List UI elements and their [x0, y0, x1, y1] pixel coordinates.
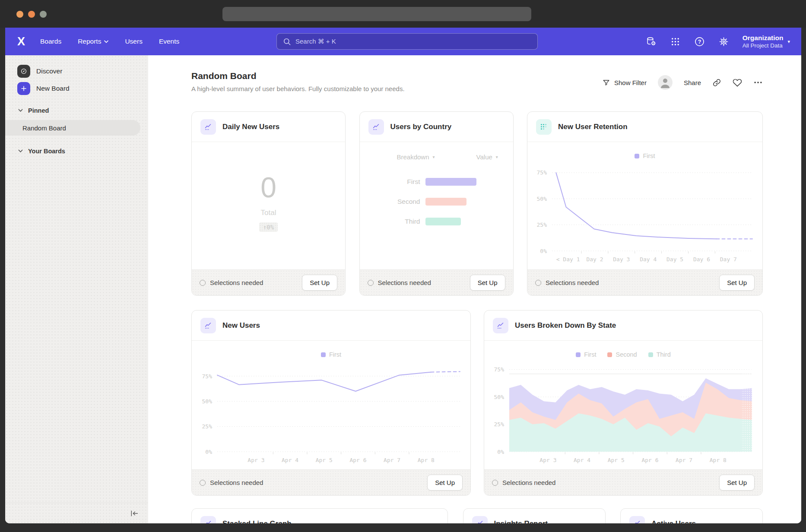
set-up-button[interactable]: Set Up	[470, 275, 505, 291]
svg-text:Day 6: Day 6	[693, 256, 710, 263]
svg-text:Apr 6: Apr 6	[641, 457, 658, 463]
set-up-button[interactable]: Set Up	[427, 475, 463, 491]
svg-text:50%: 50%	[494, 394, 505, 400]
share-button[interactable]: Share	[684, 79, 701, 86]
search-placeholder: Search ⌘ + K	[295, 38, 336, 45]
help-icon[interactable]: ?	[694, 36, 705, 47]
svg-text:Apr 5: Apr 5	[315, 457, 332, 463]
chevron-down-icon	[18, 109, 23, 112]
window-zoom-button[interactable]	[40, 11, 47, 18]
svg-text:Day 7: Day 7	[720, 256, 737, 263]
set-up-button[interactable]: Set Up	[302, 275, 337, 291]
svg-text:Apr 5: Apr 5	[608, 457, 625, 463]
card-title: Users by Country	[390, 123, 452, 131]
your-boards-label: Your Boards	[28, 148, 65, 155]
org-switcher[interactable]: Organization All Project Data ▾	[743, 34, 790, 49]
country-bar[interactable]	[425, 198, 466, 206]
set-up-button[interactable]: Set Up	[719, 275, 755, 291]
search-input[interactable]: Search ⌘ + K	[276, 33, 538, 50]
svg-text:0%: 0%	[497, 449, 504, 455]
nav-item-boards[interactable]: Boards	[40, 38, 61, 45]
sidebar-item-discover[interactable]: Discover	[17, 65, 62, 78]
card-users-by-country: Users by Country Breakdown▾ Value▾	[359, 111, 514, 296]
browser-url-bar[interactable]	[222, 7, 531, 21]
traffic-lights	[16, 11, 47, 18]
window-titlebar	[0, 0, 806, 28]
sidebar-section-pinned[interactable]: Pinned	[18, 107, 49, 114]
sidebar-item-random-board[interactable]: Random Board	[5, 120, 140, 136]
window-close-button[interactable]	[16, 11, 23, 18]
status-selections-needed: Selections needed	[535, 279, 599, 286]
metric-value: 0	[260, 173, 276, 202]
copy-link-icon[interactable]	[712, 78, 721, 87]
svg-text:Day 2: Day 2	[586, 256, 603, 263]
svg-text:Apr 3: Apr 3	[539, 457, 556, 463]
svg-text:50%: 50%	[537, 196, 547, 202]
retention-grid-icon	[536, 119, 552, 135]
sidebar: Discover New Board Pinned Random Board	[5, 55, 148, 523]
collapse-sidebar-icon[interactable]	[130, 510, 139, 517]
status-circle-icon	[200, 480, 206, 486]
country-row: First	[360, 172, 513, 192]
country-row: Third	[360, 212, 513, 231]
discover-compass-icon	[17, 65, 30, 78]
svg-text:25%: 25%	[202, 423, 212, 430]
legend-swatch-icon	[635, 154, 639, 158]
svg-text:Day 4: Day 4	[640, 256, 657, 263]
value-dropdown[interactable]: Value▾	[476, 153, 498, 161]
legend-item[interactable]: Second	[607, 351, 637, 358]
search-icon	[282, 37, 291, 46]
status-circle-icon	[368, 280, 374, 286]
status-selections-needed: Selections needed	[200, 279, 263, 286]
app-window: X BoardsReportsUsersEvents Search ⌘ + K	[5, 28, 801, 523]
org-project: All Project Data	[743, 42, 784, 49]
pinned-label: Pinned	[28, 107, 49, 114]
legend-item[interactable]: First	[321, 351, 341, 358]
svg-text:Day 5: Day 5	[666, 256, 683, 263]
filter-funnel-icon	[602, 79, 610, 87]
apps-grid-icon[interactable]	[670, 36, 681, 47]
sidebar-item-new-board[interactable]: New Board	[17, 82, 70, 95]
card-title: Stacked Line Graph	[222, 519, 292, 523]
sidebar-footer	[5, 503, 148, 523]
random-board-label: Random Board	[22, 124, 66, 132]
legend-item[interactable]: Third	[648, 351, 671, 358]
line-chart-icon	[200, 516, 216, 523]
country-bar[interactable]	[425, 218, 461, 225]
mixpanel-logo[interactable]: X	[17, 35, 25, 48]
card-stacked-line-graph: Stacked Line Graph	[191, 508, 448, 523]
line-chart-icon	[472, 516, 488, 523]
status-selections-needed: Selections needed	[368, 279, 431, 286]
country-bar[interactable]	[425, 178, 476, 186]
settings-gear-icon[interactable]	[718, 36, 730, 47]
chart-legend: First	[192, 350, 470, 359]
line-chart-icon	[200, 318, 216, 333]
legend-item[interactable]: First	[576, 351, 596, 358]
nav-item-reports[interactable]: Reports	[78, 38, 108, 45]
status-selections-needed: Selections needed	[492, 479, 555, 486]
favorite-heart-icon[interactable]	[733, 78, 742, 87]
card-title: New Users	[222, 321, 260, 330]
new-board-label: New Board	[36, 85, 70, 92]
nav-item-users[interactable]: Users	[125, 38, 142, 45]
more-options-icon[interactable]	[753, 78, 763, 87]
data-management-icon[interactable]	[646, 36, 657, 47]
avatar[interactable]	[658, 75, 673, 90]
legend-item[interactable]: First	[635, 152, 655, 159]
set-up-button[interactable]: Set Up	[719, 475, 755, 491]
page-subtitle: A high-level summary of user behaviors. …	[191, 85, 405, 92]
window-minimize-button[interactable]	[28, 11, 35, 18]
line-chart-icon	[493, 318, 508, 333]
svg-text:25%: 25%	[494, 421, 505, 428]
country-bar-list: FirstSecondThird	[360, 172, 513, 231]
sidebar-section-your-boards[interactable]: Your Boards	[18, 148, 65, 155]
breakdown-dropdown[interactable]: Breakdown▾	[397, 153, 435, 161]
top-nav: X BoardsReportsUsersEvents Search ⌘ + K	[5, 28, 801, 55]
svg-text:Apr 6: Apr 6	[349, 457, 366, 463]
card-title: Insights Report	[494, 519, 548, 523]
chart-legend: FirstSecondThird	[484, 350, 762, 359]
show-filter-button[interactable]: Show Filter	[602, 79, 647, 87]
stacked-area-chart: 75%50%25%0%Apr 3Apr 4Apr 5Apr 6Apr 7Apr …	[488, 361, 759, 466]
svg-text:Apr 3: Apr 3	[248, 457, 264, 463]
nav-item-events[interactable]: Events	[159, 38, 179, 45]
